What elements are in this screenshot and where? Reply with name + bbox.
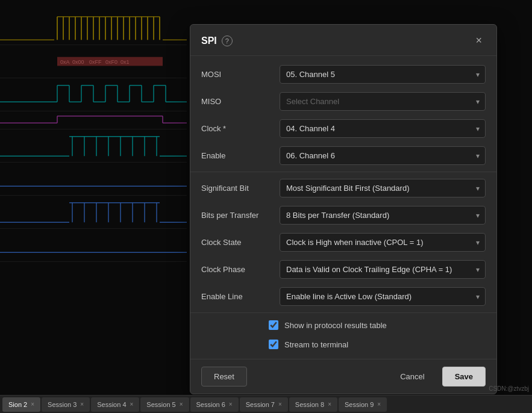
clock-phase-select-wrapper: Data is Valid on Clock Trailing Edge (CP…	[280, 260, 486, 279]
session-tab-5[interactable]: Session 6 ×	[190, 397, 239, 412]
enable-line-label: Enable Line	[201, 292, 280, 301]
session-tab-4[interactable]: Session 5 ×	[140, 397, 189, 412]
enable-control: 06. Channel 6	[280, 146, 486, 165]
dialog-footer: Reset Cancel Save	[190, 359, 496, 394]
clock-select-wrapper: 04. Channel 4	[280, 119, 486, 138]
spi-dialog: SPI ? × MOSI 05. Channel 5 MISO S	[190, 24, 497, 394]
session-tab-3-label: Session 4	[97, 401, 126, 408]
session-tab-1[interactable]: Sion 2 ×	[2, 397, 40, 412]
dialog-body: MOSI 05. Channel 5 MISO Select Channel C…	[190, 56, 496, 359]
miso-row: MISO Select Channel Channel 1 Channel 2	[190, 88, 496, 115]
watermark: CSDN:@ztvzbj	[489, 385, 529, 392]
enable-row: Enable 06. Channel 6	[190, 142, 496, 169]
miso-select-wrapper: Select Channel Channel 1 Channel 2	[280, 92, 486, 111]
enable-select-wrapper: 06. Channel 6	[280, 146, 486, 165]
miso-select[interactable]: Select Channel Channel 1 Channel 2	[280, 92, 486, 111]
session-tab-1-close[interactable]: ×	[31, 401, 34, 408]
show-in-table-label[interactable]: Show in protocol results table	[284, 321, 387, 330]
session-tab-1-label: Sion 2	[8, 401, 27, 408]
clock-state-select-wrapper: Clock is High when inactive (CPOL = 1) C…	[280, 233, 486, 252]
bits-per-transfer-label: Bits per Transfer	[201, 211, 280, 220]
session-tab-6-label: Session 7	[246, 401, 275, 408]
clock-phase-select[interactable]: Data is Valid on Clock Trailing Edge (CP…	[280, 260, 486, 279]
clock-row: Clock * 04. Channel 4	[190, 115, 496, 142]
clock-state-control: Clock is High when inactive (CPOL = 1) C…	[280, 233, 486, 252]
clock-phase-control: Data is Valid on Clock Trailing Edge (CP…	[280, 260, 486, 279]
enable-line-select-wrapper: Enable line is Active Low (Standard) Ena…	[280, 287, 486, 306]
session-tab-6[interactable]: Session 7 ×	[240, 397, 288, 412]
dialog-title: SPI	[201, 36, 217, 46]
clock-state-label: Clock State	[201, 238, 280, 247]
mosi-select[interactable]: 05. Channel 5	[280, 65, 486, 84]
bits-per-transfer-control: 8 Bits per Transfer (Standard) 4 Bits pe…	[280, 206, 486, 225]
clock-state-row: Clock State Clock is High when inactive …	[190, 229, 496, 256]
miso-control: Select Channel Channel 1 Channel 2	[280, 92, 486, 111]
bits-per-transfer-select[interactable]: 8 Bits per Transfer (Standard) 4 Bits pe…	[280, 206, 486, 225]
mosi-select-wrapper: 05. Channel 5	[280, 65, 486, 84]
footer-right: Cancel Save	[387, 367, 486, 387]
stream-to-terminal-checkbox[interactable]	[269, 340, 278, 349]
save-button[interactable]: Save	[442, 367, 486, 387]
enable-line-control: Enable line is Active Low (Standard) Ena…	[280, 287, 486, 306]
session-tab-2-label: Session 3	[48, 401, 77, 408]
stream-to-terminal-label[interactable]: Stream to terminal	[284, 340, 348, 349]
clock-control: 04. Channel 4	[280, 119, 486, 138]
session-tab-2[interactable]: Session 3 ×	[42, 397, 90, 412]
divider-2	[190, 312, 496, 313]
bits-per-transfer-select-wrapper: 8 Bits per Transfer (Standard) 4 Bits pe…	[280, 206, 486, 225]
help-icon[interactable]: ?	[222, 36, 233, 46]
clock-phase-label: Clock Phase	[201, 265, 280, 274]
reset-button[interactable]: Reset	[201, 367, 247, 387]
mosi-label: MOSI	[201, 70, 280, 79]
enable-line-row: Enable Line Enable line is Active Low (S…	[190, 283, 496, 310]
enable-select[interactable]: 06. Channel 6	[280, 146, 486, 165]
significant-bit-select-wrapper: Most Significant Bit First (Standard) Le…	[280, 179, 486, 197]
mosi-row: MOSI 05. Channel 5	[190, 61, 496, 88]
close-button[interactable]: ×	[472, 33, 486, 48]
dialog-header: SPI ? ×	[190, 25, 496, 56]
enable-line-select[interactable]: Enable line is Active Low (Standard) Ena…	[280, 287, 486, 306]
session-tab-3[interactable]: Session 4 ×	[91, 397, 139, 412]
session-tab-3-close[interactable]: ×	[130, 401, 134, 408]
session-tab-7-close[interactable]: ×	[328, 401, 331, 408]
session-tab-4-close[interactable]: ×	[180, 401, 183, 408]
clock-select[interactable]: 04. Channel 4	[280, 119, 486, 138]
session-tab-2-close[interactable]: ×	[80, 401, 84, 408]
enable-label: Enable	[201, 151, 280, 160]
clock-label: Clock *	[201, 124, 280, 133]
session-tab-7[interactable]: Session 8 ×	[289, 397, 337, 412]
show-in-table-row: Show in protocol results table	[190, 315, 496, 335]
clock-state-select[interactable]: Clock is High when inactive (CPOL = 1) C…	[280, 233, 486, 252]
session-tab-7-label: Session 8	[295, 401, 324, 408]
session-tab-8[interactable]: Session 9 ×	[339, 397, 387, 412]
cancel-button[interactable]: Cancel	[387, 367, 437, 387]
significant-bit-row: Significant Bit Most Significant Bit Fir…	[190, 175, 496, 202]
session-tab-8-close[interactable]: ×	[377, 401, 381, 408]
clock-phase-row: Clock Phase Data is Valid on Clock Trail…	[190, 256, 496, 283]
stream-to-terminal-row: Stream to terminal	[190, 335, 496, 354]
show-in-table-checkbox[interactable]	[269, 320, 278, 330]
session-tab-4-label: Session 5	[146, 401, 175, 408]
significant-bit-label: Significant Bit	[201, 184, 280, 193]
session-tab-5-label: Session 6	[196, 401, 225, 408]
miso-label: MISO	[201, 97, 280, 106]
session-tab-6-close[interactable]: ×	[278, 401, 282, 408]
divider-1	[190, 172, 496, 172]
session-tabs: Sion 2 × Session 3 × Session 4 × Session…	[0, 395, 532, 413]
significant-bit-control: Most Significant Bit First (Standard) Le…	[280, 179, 486, 197]
dialog-title-area: SPI ?	[201, 36, 233, 46]
significant-bit-select[interactable]: Most Significant Bit First (Standard) Le…	[280, 179, 486, 197]
session-tab-8-label: Session 9	[345, 401, 374, 408]
mosi-control: 05. Channel 5	[280, 65, 486, 84]
bits-per-transfer-row: Bits per Transfer 8 Bits per Transfer (S…	[190, 202, 496, 229]
session-tab-5-close[interactable]: ×	[229, 401, 233, 408]
